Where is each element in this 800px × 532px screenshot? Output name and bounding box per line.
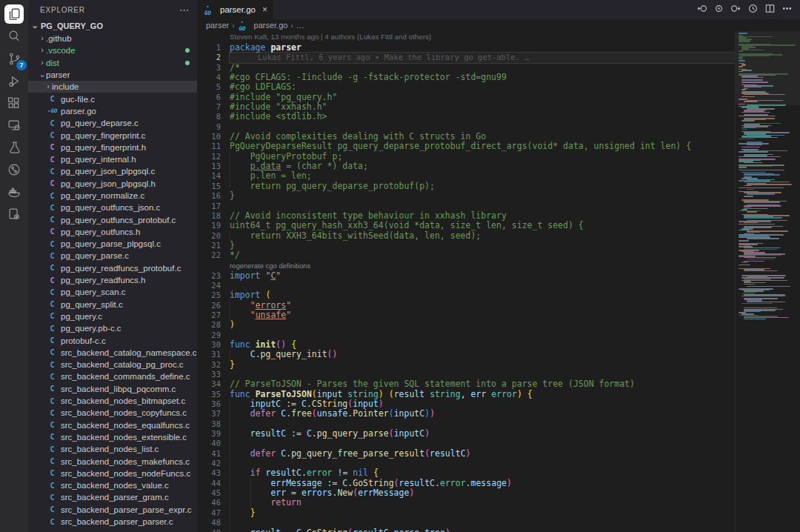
code-line-47[interactable]: 47 } <box>197 508 735 518</box>
remote-explorer-icon[interactable] <box>3 114 25 136</box>
file-pg_query_outfuncs_json.c[interactable]: Cpg_query_outfuncs_json.c <box>28 202 197 213</box>
file-pg_query_json_plpgsql.h[interactable]: Cpg_query_json_plpgsql.h <box>28 178 197 190</box>
file-src_backend_parser_parser.c[interactable]: Csrc_backend_parser_parser.c <box>28 516 197 528</box>
gitlens-icon[interactable] <box>3 159 25 181</box>
code-line-4[interactable]: 4#cgo CFLAGS: -Iinclude -g -fstack-prote… <box>197 73 735 82</box>
file-pg_query_fingerprint.h[interactable]: Cpg_query_fingerprint.h <box>28 142 197 153</box>
file-src_backend_nodes_bitmapset.c[interactable]: Csrc_backend_nodes_bitmapset.c <box>28 395 197 407</box>
code-line-20[interactable]: 20 return XXH3_64bits_withSeed(data, len… <box>197 231 735 241</box>
folder-.github[interactable]: ›.github <box>28 33 197 44</box>
code-line-39[interactable]: 39 resultC := C.pg_query_parse(inputC) <box>197 429 735 439</box>
code-editor[interactable]: Steven Kalt, 13 months ago | 4 authors (… <box>197 31 800 532</box>
file-src_backend_catalog_pg_proc.c[interactable]: Csrc_backend_catalog_pg_proc.c <box>28 359 197 370</box>
code-line-30[interactable]: 30func init() { <box>197 340 735 350</box>
code-line-46[interactable]: 46 return <box>197 498 735 508</box>
explorer-more-actions-icon[interactable]: ⋯ <box>179 4 190 16</box>
close-tab-icon[interactable]: × <box>262 4 267 15</box>
code-line-14[interactable]: 14 p.len = len; <box>197 171 735 181</box>
code-line-16[interactable]: 16} <box>197 191 735 201</box>
code-line-27[interactable]: 27 "unsafe" <box>197 310 735 320</box>
code-line-31[interactable]: 31 C.pg_query_init() <box>197 350 735 359</box>
code-line-7[interactable]: 7#include "xxhash.h" <box>197 102 735 112</box>
extensions-icon[interactable] <box>3 92 25 114</box>
file-gear-icon[interactable] <box>3 203 25 225</box>
explorer-icon[interactable] <box>4 4 24 24</box>
tab-parser-go[interactable]: -GO parser.go × <box>197 0 273 19</box>
breadcrumb-folder[interactable]: parser <box>206 21 229 30</box>
file-pg_query_normalize.c[interactable]: Cpg_query_normalize.c <box>28 190 197 202</box>
testing-icon[interactable] <box>3 136 25 159</box>
code-line-36[interactable]: 36 inputC := C.CString(input) <box>197 399 735 409</box>
breadcrumb-file[interactable]: parser.go <box>254 21 288 30</box>
file-pg_query_fingerprint.c[interactable]: Cpg_query_fingerprint.c <box>28 129 197 141</box>
code-line-17[interactable]: 17 <box>197 202 735 211</box>
code-line-43[interactable]: 43 if resultC.error != nil { <box>197 468 735 478</box>
next-change-icon[interactable] <box>730 3 741 17</box>
file-src_backend_parser_parse_expr.c[interactable]: Csrc_backend_parser_parse_expr.c <box>28 504 197 516</box>
code-line-26[interactable]: 26 "errors" <box>197 301 735 310</box>
file-pg_query_readfuncs_protobuf.c[interactable]: Cpg_query_readfuncs_protobuf.c <box>28 262 197 274</box>
code-line-2[interactable]: 2Lukas Fittl, 6 years ago • Make the lib… <box>197 53 735 62</box>
previous-change-icon[interactable] <box>696 3 707 17</box>
code-line-45[interactable]: 45 err = errors.New(errMessage) <box>197 488 735 498</box>
file-pg_query_outfuncs_protobuf.c[interactable]: Cpg_query_outfuncs_protobuf.c <box>28 213 197 225</box>
docker-icon[interactable] <box>3 181 25 203</box>
file-pg_query.pb-c.c[interactable]: Cpg_query.pb-c.c <box>28 322 197 334</box>
code-line-44[interactable]: 44 errMessage := C.GoString(resultC.erro… <box>197 479 735 488</box>
explorer-root-folder[interactable]: ⌄ PG_QUERY_GO <box>28 19 197 33</box>
source-control-icon[interactable]: 7 <box>3 47 25 70</box>
code-line-32[interactable]: 32} <box>197 360 735 370</box>
file-src_backend_nodes_equalfuncs.c[interactable]: Csrc_backend_nodes_equalfuncs.c <box>28 419 197 431</box>
breadcrumb-symbol[interactable]: … <box>296 21 304 30</box>
code-line-41[interactable]: 41 defer C.pg_query_free_parse_result(re… <box>197 449 735 459</box>
file-src_backend_nodes_makefuncs.c[interactable]: Csrc_backend_nodes_makefuncs.c <box>28 455 197 467</box>
file-src_backend_nodes_nodeFuncs.c[interactable]: Csrc_backend_nodes_nodeFuncs.c <box>28 468 197 479</box>
file-pg_query_internal.h[interactable]: Cpg_query_internal.h <box>28 153 197 165</box>
file-pg_query_deparse.c[interactable]: Cpg_query_deparse.c <box>28 117 197 129</box>
code-line-8[interactable]: 8#include <stdlib.h> <box>197 112 735 122</box>
code-line-40[interactable]: 40 <box>197 439 735 448</box>
code-line-22[interactable]: 22*/ <box>197 250 735 260</box>
code-line-11[interactable]: 11PgQueryDeparseResult pg_query_deparse_… <box>197 142 735 151</box>
file-pg_query_readfuncs.h[interactable]: Cpg_query_readfuncs.h <box>28 274 197 286</box>
folder-include[interactable]: ›include <box>28 81 197 93</box>
folder-.vscode[interactable]: ›.vscode <box>28 44 197 56</box>
code-line-29[interactable]: 29 <box>197 330 735 340</box>
code-line-15[interactable]: 15 return pg_query_deparse_protobuf(p); <box>197 182 735 191</box>
file-guc-file.c[interactable]: Cguc-file.c <box>28 93 197 104</box>
file-src_backend_catalog_namespace.c[interactable]: Csrc_backend_catalog_namespace.c <box>28 347 197 359</box>
timeline-icon[interactable] <box>747 3 759 17</box>
code-line-35[interactable]: 35func ParseToJSON(input string) (result… <box>197 390 735 399</box>
codelens-link[interactable]: regenerate cgo definitions <box>230 261 735 271</box>
file-parser.go[interactable]: -GOparser.go <box>28 105 197 117</box>
more-actions-icon[interactable] <box>781 3 793 17</box>
code-line-34[interactable]: 34// ParseToJSON - Parses the given SQL … <box>197 379 735 389</box>
file-pg_query_parse_plpgsql.c[interactable]: Cpg_query_parse_plpgsql.c <box>28 238 197 250</box>
file-pg_query_parse.c[interactable]: Cpg_query_parse.c <box>28 250 197 262</box>
file-src_backend_parser_gram.c[interactable]: Csrc_backend_parser_gram.c <box>28 491 197 503</box>
code-line-10[interactable]: 10// Avoid complexities dealing with C s… <box>197 132 735 142</box>
file-src_backend_nodes_value.c[interactable]: Csrc_backend_nodes_value.c <box>28 479 197 491</box>
code-line-28[interactable]: 28) <box>197 320 735 330</box>
code-line-23[interactable]: 23import "C" <box>197 271 735 281</box>
code-line-37[interactable]: 37 defer C.free(unsafe.Pointer(inputC)) <box>197 409 735 419</box>
code-line-6[interactable]: 6#include "pg_query.h" <box>197 93 735 102</box>
file-pg_query_json_plpgsql.c[interactable]: Cpg_query_json_plpgsql.c <box>28 165 197 177</box>
search-icon[interactable] <box>3 25 25 47</box>
code-line-33[interactable]: 33 <box>197 370 735 379</box>
code-line-21[interactable]: 21} <box>197 241 735 250</box>
split-editor-icon[interactable] <box>764 3 776 17</box>
file-src_backend_nodes_copyfuncs.c[interactable]: Csrc_backend_nodes_copyfuncs.c <box>28 407 197 419</box>
code-line-42[interactable]: 42 <box>197 459 735 468</box>
code-line-13[interactable]: 13 p.data = (char *) data; <box>197 162 735 171</box>
code-line-9[interactable]: 9 <box>197 122 735 132</box>
code-line-19[interactable]: 19uint64_t pg_query_hash_xxh3_64(void *d… <box>197 221 735 230</box>
file-src_backend_nodes_list.c[interactable]: Csrc_backend_nodes_list.c <box>28 443 197 455</box>
code-line-25[interactable]: 25import ( <box>197 290 735 300</box>
code-line-49[interactable]: 49 result = C.GoString(resultC.parse_tre… <box>197 528 735 532</box>
code-line-48[interactable]: 48 <box>197 518 735 528</box>
code-line-24[interactable]: 24 <box>197 281 735 290</box>
code-line-3[interactable]: 3/* <box>197 63 735 73</box>
code-line-12[interactable]: 12 PgQueryProtobuf p; <box>197 152 735 162</box>
folder-dist[interactable]: ›dist <box>28 57 197 69</box>
